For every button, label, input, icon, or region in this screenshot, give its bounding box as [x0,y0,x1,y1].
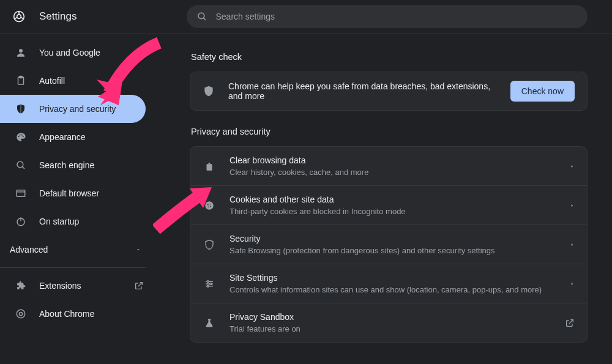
sidebar-item-appearance[interactable]: Appearance [0,123,156,151]
svg-point-7 [18,136,20,137]
sidebar-advanced-label: Advanced [10,245,48,254]
privacy-list: Clear browsing data Clear history, cooki… [190,146,588,343]
svg-point-18 [19,312,22,315]
row-title: Security [230,234,570,243]
row-subtitle: Clear history, cookies, cache, and more [230,168,570,177]
svg-point-1 [17,15,21,19]
svg-point-10 [23,136,24,137]
svg-point-17 [17,310,25,318]
cookie-icon [203,200,216,211]
sidebar-item-extensions[interactable]: Extensions [0,272,156,300]
sidebar-advanced-toggle[interactable]: Advanced [0,236,156,264]
row-title: Site Settings [230,273,570,283]
sidebar-item-label: Privacy and security [39,104,116,114]
svg-point-21 [210,203,211,204]
svg-point-8 [20,135,21,136]
sidebar-item-autofill[interactable]: Autofill [0,67,156,95]
row-security[interactable]: Security Safe Browsing (protection from … [190,225,587,264]
app-header: Settings [0,0,612,34]
trash-icon [203,161,216,172]
search-icon [196,11,207,22]
sidebar-item-search-engine[interactable]: Search engine [0,151,156,179]
row-subtitle: Trial features are on [230,324,565,333]
chevron-right-icon [570,163,575,169]
sidebar-item-label: Autofill [39,76,65,86]
sidebar-item-default-browser[interactable]: Default browser [0,179,156,207]
svg-point-4 [19,49,23,53]
row-subtitle: Safe Browsing (protection from dangerous… [230,246,570,255]
svg-point-11 [17,162,23,168]
svg-rect-6 [20,76,23,78]
chevron-right-icon [570,242,575,248]
row-title: Clear browsing data [230,155,570,165]
sidebar-item-on-startup[interactable]: On startup [0,207,156,236]
palette-icon [15,131,27,143]
svg-point-23 [210,206,211,207]
svg-rect-13 [17,190,25,197]
sidebar-item-label: Search engine [39,160,94,170]
chrome-logo-icon [12,10,26,23]
privacy-heading: Privacy and security [191,127,588,136]
search-bar[interactable] [187,5,588,28]
sidebar: You and Google Autofill Privacy and secu… [0,34,156,364]
external-link-icon [134,281,144,291]
page-title: Settings [39,10,174,23]
svg-point-2 [198,13,204,19]
shield-icon [203,239,216,250]
svg-line-3 [203,18,206,20]
search-icon [15,159,27,171]
row-subtitle: Controls what information sites can use … [230,285,570,294]
row-subtitle: Third-party cookies are blocked in Incog… [230,207,570,216]
row-site-settings[interactable]: Site Settings Controls what information … [190,264,587,303]
sidebar-item-label: About Chrome [39,309,94,319]
svg-point-9 [21,135,23,136]
chrome-icon [15,308,27,320]
sliders-icon [203,278,216,289]
clipboard-icon [15,75,27,87]
svg-point-29 [207,285,209,287]
row-title: Cookies and other site data [230,195,570,204]
puzzle-icon [15,280,27,292]
sidebar-item-label: Extensions [39,281,81,291]
power-icon [15,215,27,228]
safety-check-card: Chrome can help keep you safe from data … [190,72,588,111]
svg-point-19 [205,201,214,210]
svg-point-27 [207,280,209,282]
sidebar-item-label: You and Google [39,48,100,58]
row-title: Privacy Sandbox [230,312,565,322]
svg-line-12 [22,166,24,169]
chevron-down-icon [135,247,141,253]
external-link-icon [565,318,575,328]
sidebar-item-you-and-google[interactable]: You and Google [0,39,156,67]
search-input[interactable] [216,12,578,21]
svg-point-22 [208,206,209,207]
shield-icon [15,103,27,115]
sidebar-item-label: Appearance [39,132,86,142]
safety-check-message: Chrome can help keep you safe from data … [228,81,497,101]
check-now-button[interactable]: Check now [510,81,575,102]
shield-icon [203,85,215,97]
browser-icon [15,187,27,199]
person-icon [15,46,27,59]
main-content: Safety check Chrome can help keep you sa… [156,34,612,364]
sidebar-item-label: On startup [39,217,79,226]
row-cookies[interactable]: Cookies and other site data Third-party … [190,186,587,225]
sidebar-item-label: Default browser [39,188,99,198]
sidebar-item-about-chrome[interactable]: About Chrome [0,300,156,328]
row-privacy-sandbox[interactable]: Privacy Sandbox Trial features are on [190,303,587,342]
sidebar-item-privacy-and-security[interactable]: Privacy and security [0,95,146,123]
safety-check-heading: Safety check [191,52,588,62]
chevron-right-icon [570,202,575,209]
sidebar-separator [0,267,146,268]
row-clear-browsing-data[interactable]: Clear browsing data Clear history, cooki… [190,147,587,186]
svg-point-20 [207,204,209,205]
flask-icon [203,318,216,329]
svg-point-28 [210,283,212,284]
chevron-right-icon [570,281,575,287]
